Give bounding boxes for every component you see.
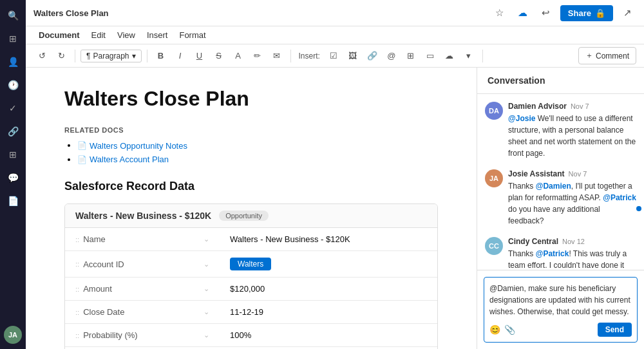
menu-insert[interactable]: Insert: [142, 28, 173, 42]
field-label-account-id: :: Account ID ⌄: [65, 251, 220, 278]
related-docs-list: Walters Opportunity Notes Walters Accoun…: [64, 140, 438, 164]
sidebar: 🔍 ⊞ 👤 🕐 ✓ 🔗 ⊞ 💬 📄 JA: [0, 0, 26, 349]
conv-text-2: Thanks @Damien, I'll put together a plan…: [508, 180, 636, 227]
conv-input-box[interactable]: @Damien, make sure his beneficiary desig…: [484, 277, 638, 343]
frame-insert-button[interactable]: ▭: [422, 48, 439, 64]
related-doc-link-2[interactable]: Walters Account Plan: [77, 155, 438, 164]
damien-avatar: DA: [485, 102, 503, 120]
menu-document[interactable]: Document: [33, 28, 85, 42]
table-row: :: Name ⌄ Walters - New Business - $120K: [65, 228, 437, 251]
sidebar-search-icon[interactable]: 🔍: [3, 5, 23, 26]
menu-view[interactable]: View: [112, 28, 140, 42]
comment-button[interactable]: ＋ Comment: [578, 47, 636, 64]
record-type-badge: Opportunity: [219, 211, 269, 221]
at-insert-button[interactable]: @: [383, 48, 400, 64]
sidebar-clock-icon[interactable]: 🕐: [3, 75, 23, 95]
sidebar-users-icon[interactable]: 👤: [3, 52, 23, 72]
conv-message-body-3: Cindy Central Nov 12 Thanks @Patrick! Th…: [508, 237, 636, 270]
emoji-icon[interactable]: 😊: [489, 325, 500, 335]
link-insert-button[interactable]: 🔗: [364, 48, 381, 64]
send-button[interactable]: Send: [598, 323, 632, 337]
conv-message-header-3: Cindy Central Nov 12: [508, 237, 636, 246]
cloud-insert-button[interactable]: ☁: [441, 48, 458, 64]
unread-indicator: [636, 206, 641, 211]
sidebar-document-icon[interactable]: 📄: [3, 191, 23, 211]
paragraph-selector[interactable]: ¶ Paragraph ▾: [80, 50, 142, 62]
sidebar-link-icon[interactable]: 🔗: [3, 121, 23, 142]
underline-button[interactable]: U: [191, 48, 208, 64]
italic-button[interactable]: I: [172, 48, 189, 64]
field-label-text: Probability (%): [83, 330, 138, 340]
insert-label: Insert:: [296, 52, 323, 61]
conversation-messages: DA Damien Advisor Nov 7 @Josie We'll nee…: [477, 94, 644, 270]
toolbar-divider-1: [75, 50, 75, 62]
chevron-field-icon[interactable]: ⌄: [204, 308, 209, 316]
table-row: :: Account ID ⌄ Walters: [65, 251, 437, 278]
chevron-field-icon[interactable]: ⌄: [204, 235, 209, 243]
list-item: Walters Opportunity Notes: [77, 140, 438, 151]
conv-sender-2: Josie Assistant: [508, 169, 565, 178]
undo-toolbar-button[interactable]: ↺: [33, 48, 50, 64]
main-area: Walters Close Plan ☆ ☁ ↩ Share 🔒 ↗ Docum…: [26, 0, 644, 349]
field-value-account-id: Walters: [220, 251, 437, 278]
menu-format[interactable]: Format: [174, 28, 211, 42]
font-color-button[interactable]: A: [230, 48, 247, 64]
related-doc-link-1[interactable]: Walters Opportunity Notes: [77, 141, 438, 151]
mention-patrick: @Patrick: [603, 193, 636, 202]
collaborate-button[interactable]: ☁: [514, 4, 532, 22]
paragraph-icon: ¶: [86, 52, 90, 61]
toolbar-divider-2: [147, 50, 147, 62]
conv-date-1: Nov 7: [571, 102, 589, 110]
attachment-icon[interactable]: 📎: [504, 325, 515, 335]
bold-button[interactable]: B: [153, 48, 169, 64]
field-value-close-date: 11-12-19: [220, 301, 437, 324]
checkbox-insert-button[interactable]: ☑: [325, 48, 342, 64]
list-item: Walters Account Plan: [77, 155, 438, 165]
conversation-header: Conversation: [477, 68, 644, 94]
drag-handle-icon: ::: [75, 260, 79, 268]
title-bar-right: ☆ ☁ ↩ Share 🔒 ↗: [491, 4, 636, 22]
table-insert-button[interactable]: ⊞: [402, 48, 419, 64]
share-button[interactable]: Share 🔒: [560, 5, 613, 21]
conv-text-3: Thanks @Patrick! This was truly a team e…: [508, 248, 636, 270]
field-label-text: Account ID: [83, 259, 124, 269]
user-avatar[interactable]: JA: [4, 326, 22, 344]
record-header-name: Walters - New Business - $120K: [75, 211, 211, 221]
conversation-panel: Conversation DA Damien Advisor Nov 7 @Jo…: [477, 68, 644, 349]
chevron-insert-button[interactable]: ▾: [460, 48, 477, 64]
table-row: :: Close Date ⌄ 11-12-19: [65, 301, 437, 324]
email-button[interactable]: ✉: [269, 48, 285, 64]
star-button[interactable]: ☆: [491, 4, 509, 22]
chevron-down-icon: ▾: [132, 52, 136, 61]
field-value-name: Walters - New Business - $120K: [220, 228, 437, 251]
field-label-text: Amount: [83, 284, 112, 294]
conv-text-1: @Josie We'll need to use a different str…: [508, 113, 636, 159]
field-label-probability: :: Probability (%) ⌄: [65, 324, 220, 347]
cindy-avatar: CC: [485, 237, 503, 255]
chevron-field-icon[interactable]: ⌄: [204, 331, 209, 339]
chevron-field-icon[interactable]: ⌄: [204, 260, 209, 269]
sidebar-chat-icon[interactable]: 💬: [3, 167, 23, 188]
chevron-field-icon[interactable]: ⌄: [204, 285, 209, 293]
conv-message-2: JA Josie Assistant Nov 7 Thanks @Damien,…: [485, 169, 636, 227]
redo-toolbar-button[interactable]: ↻: [53, 48, 70, 64]
conv-input-text[interactable]: @Damien, make sure his beneficiary desig…: [489, 283, 632, 317]
share-label: Share: [568, 8, 591, 18]
image-insert-button[interactable]: 🖼: [345, 48, 361, 64]
strikethrough-button[interactable]: S: [211, 48, 227, 64]
plus-icon: ＋: [585, 50, 593, 61]
mention-damien: @Damien: [536, 182, 571, 191]
record-table: :: Name ⌄ Walters - New Business - $120K…: [65, 228, 437, 349]
field-label-text: Close Date: [83, 307, 124, 317]
comment-label: Comment: [596, 52, 629, 61]
undo-button[interactable]: ↩: [537, 4, 555, 22]
sidebar-grid-icon[interactable]: ⊞: [3, 144, 23, 165]
external-link-button[interactable]: ↗: [618, 4, 636, 22]
document-area: Walters Close Plan RELATED DOCS Walters …: [26, 68, 477, 349]
menu-edit[interactable]: Edit: [86, 28, 111, 42]
conv-message-header-1: Damien Advisor Nov 7: [508, 102, 636, 111]
sidebar-home-icon[interactable]: ⊞: [3, 28, 23, 49]
account-id-badge[interactable]: Walters: [230, 258, 271, 270]
highlight-button[interactable]: ✏: [249, 48, 266, 64]
sidebar-check-icon[interactable]: ✓: [3, 98, 23, 118]
